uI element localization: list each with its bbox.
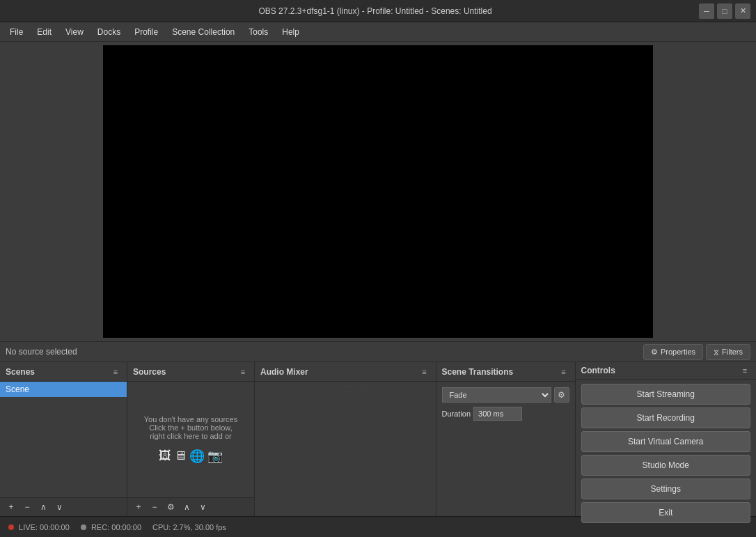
cpu-status: CPU: 2.7%, 30.00 fps: [152, 523, 226, 531]
menu-file[interactable]: File: [3, 24, 30, 40]
filter-icon: ⧖: [714, 348, 719, 357]
sources-up-button[interactable]: ∧: [180, 500, 194, 514]
transition-duration-row: Duration: [442, 407, 569, 421]
rec-time: 00:00:00: [111, 523, 141, 531]
scenes-remove-button[interactable]: −: [20, 500, 34, 514]
sources-panel-menu-icon[interactable]: ≡: [237, 366, 249, 378]
duration-label: Duration: [442, 410, 471, 418]
start-streaming-button[interactable]: Start Streaming: [581, 384, 751, 405]
scene-transitions-panel-label: Scene Transitions: [442, 367, 514, 377]
no-sources-text: You don't have any sources Click the + b…: [144, 415, 237, 440]
title-bar: OBS 27.2.3+dfsg1-1 (linux) - Profile: Un…: [0, 0, 756, 22]
scenes-panel-label: Scenes: [6, 367, 35, 377]
live-time: 00:00:00: [40, 523, 70, 531]
preview-area: [0, 42, 756, 341]
audio-mixer-panel-label: Audio Mixer: [260, 367, 308, 377]
window-title: OBS 27.2.3+dfsg1-1 (linux) - Profile: Un…: [52, 6, 699, 16]
menu-profile[interactable]: Profile: [127, 24, 165, 40]
audio-mixer-panel-header: Audio Mixer ≡: [255, 362, 436, 382]
properties-tab[interactable]: ⚙ Properties: [643, 344, 703, 360]
menu-tools[interactable]: Tools: [242, 24, 275, 40]
camera-source-icon: 📷: [207, 449, 223, 464]
rec-status: REC: 00:00:00: [81, 523, 141, 531]
scenes-add-button[interactable]: +: [4, 500, 18, 514]
scene-transitions-content: Fade ⚙ Duration: [436, 382, 575, 516]
preview-canvas: [103, 45, 653, 338]
scene-transitions-panel-menu-icon[interactable]: ≡: [558, 366, 569, 378]
scenes-panel-header: Scenes ≡: [0, 362, 127, 382]
studio-mode-button[interactable]: Studio Mode: [581, 455, 751, 476]
scenes-down-button[interactable]: ∨: [52, 500, 66, 514]
scenes-list: Scene: [0, 382, 127, 497]
audio-mixer-panel: Audio Mixer ≡ · · · · · · ·: [255, 362, 436, 516]
browser-source-icon: 🌐: [189, 449, 205, 464]
controls-panel-menu-icon[interactable]: ≡: [739, 365, 750, 376]
transition-type-select[interactable]: Fade: [442, 387, 551, 403]
menu-help[interactable]: Help: [275, 24, 306, 40]
bottom-panels: Scenes ≡ Scene + − ∧ ∨ Sources ≡ You don…: [0, 362, 756, 516]
scenes-panel-menu-icon[interactable]: ≡: [110, 366, 121, 378]
scene-transitions-panel-header: Scene Transitions ≡: [436, 362, 575, 382]
duration-input[interactable]: [473, 407, 522, 421]
audio-mixer-content: · · · · · · ·: [255, 382, 436, 516]
display-source-icon: 🖥: [174, 449, 187, 464]
menu-docks[interactable]: Docks: [90, 24, 127, 40]
properties-bar: No source selected ⚙ Properties ⧖ Filter…: [0, 341, 756, 362]
rec-label: REC:: [91, 523, 109, 531]
sources-list[interactable]: You don't have any sources Click the + b…: [127, 382, 254, 497]
sources-down-button[interactable]: ∨: [196, 500, 210, 514]
sources-add-button[interactable]: +: [132, 500, 145, 514]
filters-tab[interactable]: ⧖ Filters: [706, 344, 750, 360]
controls-panel: Controls ≡ Start Streaming Start Recordi…: [576, 362, 757, 516]
minimize-button[interactable]: ─: [699, 3, 714, 19]
audio-mixer-dots: · · · · · · ·: [255, 382, 436, 391]
window-controls: ─ □ ✕: [699, 3, 750, 19]
sources-properties-button[interactable]: ⚙: [164, 500, 178, 514]
live-dot: [8, 524, 14, 530]
image-source-icon: 🖼: [159, 449, 171, 464]
menu-bar: File Edit View Docks Profile Scene Colle…: [0, 22, 756, 42]
exit-button[interactable]: Exit: [581, 502, 751, 523]
source-type-icons: 🖼 🖥 🌐 📷: [159, 449, 223, 464]
sources-panel-label: Sources: [133, 367, 166, 377]
scene-transitions-panel: Scene Transitions ≡ Fade ⚙ Duration: [436, 362, 576, 516]
controls-panel-header: Controls ≡: [576, 362, 757, 380]
scenes-toolbar: + − ∧ ∨: [0, 497, 127, 516]
scenes-up-button[interactable]: ∧: [36, 500, 50, 514]
menu-scene-collection[interactable]: Scene Collection: [165, 24, 242, 40]
sources-panel: Sources ≡ You don't have any sources Cli…: [127, 362, 255, 516]
controls-panel-label: Controls: [581, 366, 615, 375]
controls-content: Start Streaming Start Recording Start Vi…: [576, 380, 757, 527]
transition-type-row: Fade ⚙: [442, 387, 569, 403]
menu-view[interactable]: View: [58, 24, 90, 40]
transition-settings-button[interactable]: ⚙: [554, 387, 569, 403]
start-recording-button[interactable]: Start Recording: [581, 407, 751, 428]
settings-button[interactable]: Settings: [581, 478, 751, 499]
live-status: LIVE: 00:00:00: [8, 523, 70, 531]
maximize-button[interactable]: □: [717, 3, 732, 19]
rec-dot: [81, 524, 86, 530]
close-button[interactable]: ✕: [735, 3, 750, 19]
no-source-label: No source selected: [6, 347, 640, 357]
sources-remove-button[interactable]: −: [148, 500, 162, 514]
scenes-panel: Scenes ≡ Scene + − ∧ ∨: [0, 362, 127, 516]
scene-item[interactable]: Scene: [0, 382, 127, 397]
sources-panel-header: Sources ≡: [127, 362, 254, 382]
audio-mixer-panel-menu-icon[interactable]: ≡: [419, 366, 430, 378]
menu-edit[interactable]: Edit: [30, 24, 58, 40]
live-label: LIVE:: [19, 523, 38, 531]
start-virtual-camera-button[interactable]: Start Virtual Camera: [581, 431, 751, 452]
sources-toolbar: + − ⚙ ∧ ∨: [127, 497, 254, 516]
gear-icon: ⚙: [651, 348, 658, 357]
